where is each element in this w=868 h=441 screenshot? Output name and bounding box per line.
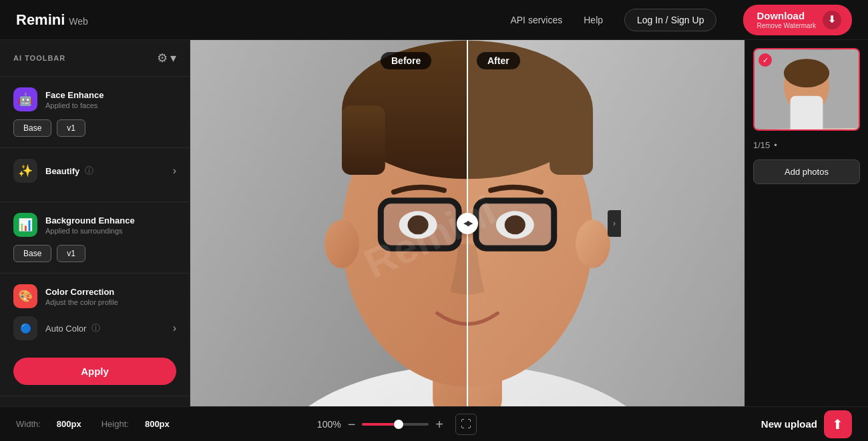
ai-toolbar-label: AI TOOLBAR [13, 54, 65, 62]
auto-color-info-icon: ⓘ [91, 322, 100, 334]
settings-icon: ⚙ [157, 51, 168, 65]
right-panel-collapse-button[interactable]: › [608, 210, 621, 237]
apply-button[interactable]: Apply [13, 358, 176, 385]
thumbnail-check-icon: ✓ [758, 53, 772, 67]
face-enhance-v1-btn[interactable]: v1 [57, 119, 85, 137]
settings-button[interactable]: ⚙ ▾ [157, 51, 176, 65]
right-sidebar: ✓ 1/15 • Add photos [744, 40, 868, 406]
tool-face-enhance: 🤖 Face Enhance Applied to faces Base v1 [0, 77, 190, 148]
divider-handle[interactable]: ◀▶ [457, 213, 478, 234]
height-label: Height: [101, 419, 129, 429]
bg-enhance-v1-btn[interactable]: v1 [57, 245, 85, 262]
auto-color-label: Auto Color [45, 324, 86, 334]
face-enhance-name: Face Enhance [45, 90, 176, 100]
height-value: 800px [145, 419, 170, 429]
fullscreen-button[interactable]: ⛶ [455, 414, 477, 435]
nav-links: API services Help Log In / Sign Up [510, 9, 727, 31]
svg-rect-11 [342, 105, 385, 175]
tool-color-correction: 🎨 Color Correction Adjust the color prof… [0, 274, 190, 396]
face-enhance-icon: 🤖 [13, 87, 37, 111]
auto-color-icon: 🔵 [13, 316, 37, 340]
chevron-down-icon: ▾ [170, 51, 176, 65]
bg-enhance-name: Background Enhance [45, 215, 176, 226]
nav-api[interactable]: API services [510, 15, 562, 25]
svg-rect-13 [550, 105, 593, 175]
svg-point-24 [576, 219, 610, 268]
tool-beautify: ✨ Beautify ⓘ › [0, 148, 190, 202]
logo-web: Web [69, 16, 88, 27]
counter-value: 1/15 [753, 140, 770, 150]
divider-arrows-icon: ◀▶ [463, 219, 471, 228]
beautify-icon: ✨ [13, 159, 37, 183]
download-sublabel: Remove Watermark [756, 22, 816, 30]
beautify-info-icon: ⓘ [85, 165, 93, 177]
width-label: Width: [16, 419, 41, 429]
logo: Remini Web [16, 11, 88, 29]
after-label: After [477, 52, 520, 69]
bg-enhance-desc: Applied to surroundings [45, 227, 176, 235]
zoom-out-button[interactable]: − [348, 418, 356, 431]
sidebar-header: AI TOOLBAR ⚙ ▾ [0, 40, 190, 77]
fullscreen-icon: ⛶ [461, 418, 471, 430]
upload-icon: ⬆ [832, 416, 843, 432]
before-label: Before [381, 52, 431, 69]
svg-point-22 [505, 215, 525, 235]
color-correction-name: Color Correction [45, 287, 176, 297]
tool-background-enhance: 📊 Background Enhance Applied to surround… [0, 202, 190, 274]
width-value: 800px [57, 419, 81, 429]
auto-color-expand-icon[interactable]: › [173, 322, 176, 334]
zoom-thumb[interactable] [394, 420, 403, 429]
color-correction-icon: 🎨 [13, 284, 37, 308]
beautify-name: Beautify [45, 166, 79, 176]
thumbnail-card[interactable]: ✓ [753, 48, 860, 131]
zoom-slider[interactable] [362, 423, 429, 426]
new-upload-button[interactable]: ⬆ [824, 410, 852, 438]
zoom-controls: 100% − + ⛶ [312, 414, 477, 435]
bg-enhance-base-btn[interactable]: Base [13, 245, 51, 262]
download-label: Download [756, 10, 805, 22]
face-enhance-desc: Applied to faces [45, 101, 176, 109]
collapse-icon: › [613, 219, 616, 228]
color-correction-desc: Adjust the color profile [45, 298, 176, 306]
counter-dot: • [774, 140, 777, 150]
left-sidebar: AI TOOLBAR ⚙ ▾ 🤖 Face Enhance Applied to… [0, 40, 190, 406]
add-photos-button[interactable]: Add photos [753, 159, 860, 184]
dimensions: Width: 800px Height: 800px [16, 419, 170, 429]
svg-point-23 [324, 219, 359, 268]
download-icon: ⬇ [823, 11, 841, 29]
login-button[interactable]: Log In / Sign Up [624, 9, 716, 31]
zoom-percent: 100% [312, 419, 341, 430]
bottom-bar: Width: 800px Height: 800px 100% − + ⛶ Ne… [0, 406, 868, 441]
photo-counter: 1/15 • [753, 137, 860, 153]
svg-point-29 [784, 59, 829, 87]
face-enhance-base-btn[interactable]: Base [13, 119, 51, 137]
new-upload-area: New upload ⬆ [761, 410, 852, 438]
svg-rect-30 [791, 96, 823, 129]
logo-remini: Remini [16, 11, 65, 29]
download-button[interactable]: Download Remove Watermark ⬇ [743, 5, 852, 35]
zoom-track [362, 423, 399, 426]
image-canvas: Remini Remini Before After ◀▶ [190, 40, 744, 406]
new-upload-label: New upload [761, 418, 817, 430]
header: Remini Web API services Help Log In / Si… [0, 0, 868, 40]
image-area: Remini Remini Before After ◀▶ › [190, 40, 744, 406]
zoom-in-button[interactable]: + [435, 418, 443, 431]
beautify-expand-icon[interactable]: › [173, 165, 176, 177]
main-area: AI TOOLBAR ⚙ ▾ 🤖 Face Enhance Applied to… [0, 40, 868, 406]
bg-enhance-icon: 📊 [13, 213, 37, 237]
nav-help[interactable]: Help [584, 15, 603, 25]
